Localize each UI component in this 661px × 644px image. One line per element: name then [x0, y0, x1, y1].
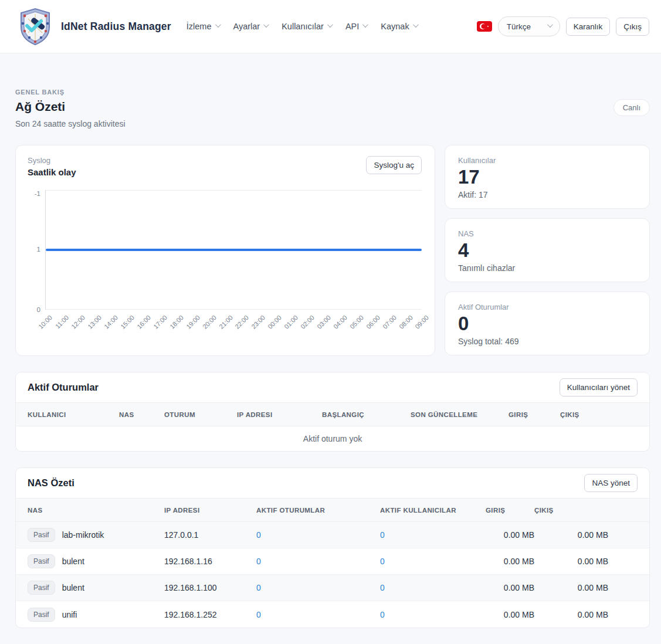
- dashboard-grid: Syslog Saatlik olay Syslog'u aç 10-1: [15, 145, 650, 356]
- column-header: IP ADRESI: [237, 411, 322, 418]
- page-title: Ağ Özeti: [15, 100, 650, 114]
- nav-menu-label: API: [345, 22, 359, 31]
- active-sessions-link[interactable]: 0: [256, 530, 380, 540]
- nav-menu-item[interactable]: Ayarlar: [233, 22, 268, 31]
- sessions-table-title: Aktif Oturumlar: [28, 382, 99, 393]
- nas-name-cell: Pasif bulent: [28, 581, 164, 595]
- gridline: [46, 190, 422, 191]
- nas-name: bulent: [62, 557, 84, 566]
- nas-summary-card: NAS Özeti NAS yönet NASIP ADRESIAKTIF OT…: [15, 467, 650, 628]
- dark-mode-button[interactable]: Karanlık: [566, 18, 611, 36]
- nas-name: lab-mikrotik: [62, 530, 104, 540]
- column-header: KULLANICI: [28, 411, 119, 418]
- manage-users-button[interactable]: Kullanıcıları yönet: [560, 378, 638, 396]
- chart-card-title: Saatlik olay: [28, 167, 76, 177]
- chart-series-line: [46, 249, 422, 251]
- stat-label: Kullanıcılar: [458, 156, 636, 165]
- active-sessions-link[interactable]: 0: [256, 583, 380, 592]
- app-header: IdNet Radius Manager İzleme Ayarlar Kull…: [0, 0, 661, 53]
- language-selected-value: Türkçe: [507, 22, 531, 31]
- nav-menu-label: İzleme: [187, 22, 212, 31]
- stat-sublabel: Tanımlı cihazlar: [458, 263, 636, 273]
- overview-header: GENEL BAKIŞ Ağ Özeti Son 24 saatte syslo…: [15, 89, 650, 128]
- active-users-link[interactable]: 0: [380, 610, 486, 619]
- chevron-down-icon: [362, 22, 368, 28]
- y-tick-label: -1: [35, 190, 40, 197]
- nas-ip: 192.168.1.252: [164, 610, 256, 619]
- nav-menu-item[interactable]: API: [345, 22, 367, 31]
- stat-value: 4: [458, 240, 636, 261]
- chevron-down-icon: [263, 22, 269, 28]
- stat-label: NAS: [458, 229, 636, 238]
- section-eyebrow: GENEL BAKIŞ: [15, 89, 650, 96]
- main-nav: İzleme Ayarlar Kullanıcılar API: [187, 22, 417, 31]
- main-content: GENEL BAKIŞ Ağ Özeti Son 24 saatte syslo…: [15, 89, 650, 628]
- app-logo-shield-icon: [16, 7, 54, 46]
- stat-card: NAS 4 Tanımlı cihazlar: [445, 218, 650, 282]
- nav-menu-item[interactable]: Kullanıcılar: [282, 22, 331, 31]
- status-badge: Pasif: [28, 528, 55, 542]
- active-sessions-link[interactable]: 0: [256, 557, 380, 566]
- active-sessions-link[interactable]: 0: [256, 610, 380, 619]
- column-header: GIRIŞ: [509, 411, 560, 418]
- language-select[interactable]: Türkçe: [498, 16, 560, 36]
- syslog-chart-card: Syslog Saatlik olay Syslog'u aç 10-1: [15, 145, 435, 356]
- open-syslog-button[interactable]: Syslog'u aç: [366, 156, 422, 174]
- chart-x-axis: 10:0011:0012:0013:0014:0015:0016:0017:00…: [46, 310, 422, 338]
- nas-ip: 127.0.0.1: [164, 530, 256, 540]
- syslog-line-chart: 10-1 10:0011:0012:0013:0014:0015:0016:00…: [28, 190, 430, 338]
- app-title: IdNet Radius Manager: [61, 21, 171, 33]
- nas-name-cell: Pasif lab-mikrotik: [28, 528, 164, 542]
- page-subtitle: Son 24 saatte syslog aktivitesi: [15, 119, 650, 128]
- status-badge: Pasif: [28, 608, 55, 622]
- nas-name: unifi: [62, 610, 77, 619]
- stat-value: 0: [458, 313, 636, 334]
- column-header: AKTIF KULLANICILAR: [380, 507, 486, 514]
- chevron-down-icon: [215, 22, 221, 28]
- active-users-link[interactable]: 0: [380, 583, 486, 592]
- table-row: Pasif bulent 192.168.1.100 0 0 0.00 MB 0…: [16, 575, 649, 601]
- traffic-out: 0.00 MB: [534, 610, 608, 619]
- logout-button[interactable]: Çıkış: [616, 18, 649, 36]
- nas-ip: 192.168.1.100: [164, 583, 256, 592]
- nav-menu-item[interactable]: İzleme: [187, 22, 219, 31]
- column-header: NAS: [119, 411, 164, 418]
- traffic-out: 0.00 MB: [534, 530, 608, 540]
- traffic-in: 0.00 MB: [486, 530, 534, 540]
- chart-plot-area: [45, 190, 422, 310]
- stat-label: Aktif Oturumlar: [458, 303, 636, 311]
- column-header: GIRIŞ: [486, 507, 534, 514]
- y-tick-label: 1: [37, 246, 40, 253]
- status-badge: Pasif: [28, 554, 55, 568]
- nav-menu-item[interactable]: Kaynak: [381, 22, 416, 31]
- traffic-out: 0.00 MB: [534, 583, 608, 592]
- nav-menu-label: Ayarlar: [233, 22, 260, 31]
- stat-value: 17: [458, 167, 636, 188]
- stat-card: Aktif Oturumlar 0 Syslog total: 469: [445, 292, 650, 355]
- nas-ip: 192.168.1.16: [164, 557, 256, 566]
- chevron-down-icon: [547, 22, 553, 28]
- stat-sublabel: Aktif: 17: [458, 190, 636, 199]
- table-row: Pasif unifi 192.168.1.252 0 0 0.00 MB 0.…: [16, 601, 649, 628]
- column-header: NAS: [28, 507, 164, 514]
- column-header: IP ADRESI: [164, 507, 256, 514]
- traffic-in: 0.00 MB: [486, 610, 534, 619]
- chart-y-axis: 10-1: [28, 190, 45, 310]
- table-row: Pasif lab-mikrotik 127.0.0.1 0 0 0.00 MB…: [16, 522, 649, 548]
- stat-card: Kullanıcılar 17 Aktif: 17: [445, 145, 650, 209]
- live-status-badge: Canlı: [613, 99, 650, 116]
- column-header: ÇIKIŞ: [534, 507, 608, 514]
- nas-name: bulent: [62, 583, 84, 592]
- column-header: AKTIF OTURUMLAR: [256, 507, 380, 514]
- nav-menu-label: Kullanıcılar: [282, 22, 324, 31]
- active-users-link[interactable]: 0: [380, 530, 486, 540]
- chart-card-label: Syslog: [28, 156, 76, 165]
- stat-cards: Kullanıcılar 17 Aktif: 17 NAS 4 Tanımlı …: [445, 145, 650, 356]
- stat-sublabel: Syslog total: 469: [458, 337, 636, 346]
- manage-nas-button[interactable]: NAS yönet: [584, 474, 638, 492]
- traffic-in: 0.00 MB: [486, 557, 534, 566]
- nas-name-cell: Pasif bulent: [28, 554, 164, 568]
- chevron-down-icon: [327, 22, 333, 28]
- active-users-link[interactable]: 0: [380, 557, 486, 566]
- y-tick-label: 0: [37, 306, 40, 313]
